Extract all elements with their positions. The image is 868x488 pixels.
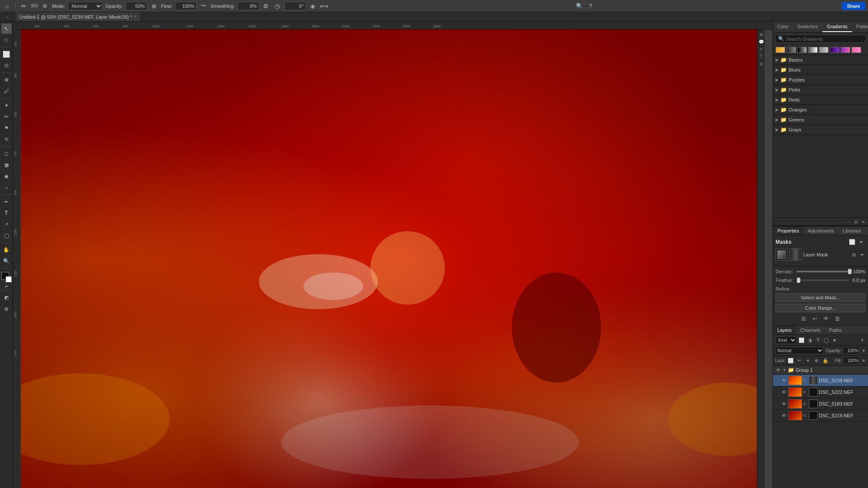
- filter-type-icon[interactable]: T: [815, 337, 822, 344]
- lock-pixels-icon[interactable]: ⬜: [787, 357, 794, 364]
- gradient-swatch-purple[interactable]: [830, 47, 839, 53]
- lock-artboard-icon[interactable]: ⊕: [813, 357, 820, 364]
- tool-settings-icon[interactable]: ⚙: [41, 2, 49, 10]
- blur-tool[interactable]: ◉: [1, 171, 12, 181]
- airbrush-icon[interactable]: ⊕: [150, 2, 158, 10]
- layer-item-3[interactable]: 👁 8 DSC_5183.NEF: [773, 398, 868, 410]
- gradient-swatch-pink[interactable]: [852, 47, 861, 53]
- pen-tool[interactable]: ✒: [1, 197, 12, 207]
- layer-item-1[interactable]: 👁 8 DSC_5239.NEF: [773, 375, 868, 386]
- vector-mask-icon[interactable]: ✒: [858, 238, 865, 246]
- layer1-visibility-icon[interactable]: 👁: [781, 377, 787, 383]
- gradient-tool[interactable]: ▦: [1, 160, 12, 170]
- artboard-tool[interactable]: ⬡: [1, 35, 12, 45]
- angle-input[interactable]: [284, 2, 306, 10]
- fill-input[interactable]: [843, 357, 860, 364]
- filter-pixel-icon[interactable]: ⬜: [798, 337, 805, 344]
- layer-item-4[interactable]: 👁 8 DSC_5219.NEF: [773, 410, 868, 422]
- canvas-content[interactable]: ⊞ 💬 ≡ T ⊟: [21, 29, 765, 488]
- mask-link-icon[interactable]: ⊞: [850, 251, 857, 258]
- mask-grid-icon[interactable]: ⊞: [799, 314, 808, 323]
- gradient-group-basics-header[interactable]: ▶ 📁 Basics: [773, 55, 868, 65]
- gradient-swatch-bw4[interactable]: [808, 47, 818, 53]
- clone-stamp-tool[interactable]: ⚑: [1, 123, 12, 133]
- align-panel-icon[interactable]: ⊟: [758, 61, 764, 67]
- tab-channels[interactable]: Channels: [796, 326, 825, 334]
- quick-mask-icon[interactable]: ◩: [1, 292, 12, 303]
- text-tool[interactable]: T: [1, 208, 12, 218]
- brush-tool-icon[interactable]: ✏: [20, 2, 28, 10]
- blend-mode-select[interactable]: Normal: [775, 347, 824, 354]
- move-tool[interactable]: ↖: [1, 23, 12, 34]
- back-icon[interactable]: ←: [3, 13, 12, 21]
- close-panel-icon[interactable]: ✕: [860, 219, 866, 225]
- history-panel-icon[interactable]: ⊞: [758, 31, 764, 37]
- hand-tool[interactable]: ✋: [1, 245, 12, 255]
- gradient-search-input[interactable]: [786, 36, 863, 42]
- close-tab-icon[interactable]: ×: [134, 14, 136, 19]
- tab-adjustments[interactable]: Adjustments: [803, 226, 838, 235]
- chat-panel-icon[interactable]: 💬: [758, 39, 764, 45]
- gradient-swatch-bw5[interactable]: [819, 47, 829, 53]
- tab-layers[interactable]: Layers: [773, 326, 796, 334]
- flow-input[interactable]: [175, 2, 197, 10]
- document-tab[interactable]: Untitled-1 @ 50% (DSC_5239.NEF, Layer Ma…: [16, 13, 140, 21]
- opacity-input[interactable]: [125, 2, 147, 10]
- brush-tool[interactable]: ✏: [1, 111, 12, 122]
- angle-icon[interactable]: ◷: [273, 2, 282, 10]
- filter-active-icon[interactable]: ●: [859, 337, 866, 344]
- tab-paths[interactable]: Paths: [825, 326, 846, 334]
- layer4-visibility-icon[interactable]: 👁: [781, 413, 787, 419]
- search-icon[interactable]: 🔍: [575, 2, 584, 10]
- layer2-visibility-icon[interactable]: 👁: [781, 389, 787, 395]
- tab-gradients[interactable]: Gradients: [822, 22, 852, 32]
- gradient-group-purples-header[interactable]: ▶ 📁 Purples: [773, 75, 868, 85]
- mode-select[interactable]: Normal Multiply Screen: [68, 2, 102, 10]
- gradient-group-pinks-header[interactable]: ▶ 📁 Pinks: [773, 85, 868, 95]
- mask-apply-icon[interactable]: ✒: [858, 251, 865, 258]
- select-and-mask-button[interactable]: Select and Mask...: [776, 293, 865, 302]
- gradient-group-reds-header[interactable]: ▶ 📁 Reds: [773, 95, 868, 105]
- foreground-color[interactable]: [1, 272, 12, 282]
- pressure-icon[interactable]: ◈: [309, 2, 317, 10]
- share-button[interactable]: Share: [842, 2, 865, 10]
- rectangular-marquee-tool[interactable]: ⬜: [1, 49, 12, 59]
- layer-item-2[interactable]: 👁 8 DSC_5222.NEF: [773, 386, 868, 398]
- zoom-tool[interactable]: 🔍: [1, 256, 12, 266]
- mask-delete-icon[interactable]: 🗑: [833, 314, 842, 323]
- gradient-swatch-bw2[interactable]: [786, 47, 796, 53]
- feather-slider[interactable]: [797, 279, 849, 281]
- tab-properties[interactable]: Properties: [773, 226, 803, 235]
- opacity-input[interactable]: [843, 347, 860, 354]
- tab-libraries[interactable]: Libraries: [838, 226, 865, 235]
- screen-mode-icon[interactable]: ⊞: [1, 304, 12, 314]
- eraser-tool[interactable]: ◻: [1, 148, 12, 159]
- settings-icon[interactable]: ⚙: [262, 2, 270, 10]
- opacity-arrow[interactable]: ▼: [861, 348, 866, 353]
- table-panel-icon[interactable]: ≡: [758, 46, 764, 52]
- layer3-visibility-icon[interactable]: 👁: [781, 401, 787, 407]
- color-range-button[interactable]: Color Range...: [776, 304, 865, 312]
- lock-position-icon[interactable]: ✦: [805, 357, 812, 364]
- gradient-group-oranges-header[interactable]: ▶ 📁 Oranges: [773, 105, 868, 115]
- collapse-icon[interactable]: ▫: [845, 219, 852, 225]
- crop-tool[interactable]: ⊕: [1, 75, 12, 85]
- gradient-group-grays-header[interactable]: ▶ 📁 Grays: [773, 125, 868, 134]
- history-brush-tool[interactable]: ⟲: [1, 134, 12, 144]
- spot-healing-tool[interactable]: ✦: [1, 100, 12, 111]
- gradient-group-blues-header[interactable]: ▶ 📁 Blues: [773, 65, 868, 75]
- group1-visibility-icon[interactable]: 👁: [775, 367, 781, 373]
- fill-arrow[interactable]: ▼: [861, 358, 866, 363]
- smoothing-input[interactable]: [237, 2, 259, 10]
- expand-icon[interactable]: ⊞: [853, 219, 859, 225]
- help-icon[interactable]: ?: [586, 2, 595, 10]
- gradient-swatch-bw3[interactable]: [797, 47, 807, 53]
- pixel-mask-icon[interactable]: ⬜: [848, 238, 856, 246]
- density-slider[interactable]: [796, 271, 850, 272]
- lasso-tool[interactable]: ⊙: [1, 60, 12, 71]
- filter-kind-select[interactable]: Kind: [775, 336, 797, 344]
- text-panel-icon[interactable]: T: [758, 53, 764, 59]
- mask-eye-icon[interactable]: 👁: [822, 314, 831, 323]
- smoothing-icon[interactable]: 〜: [199, 2, 208, 10]
- lock-brush-icon[interactable]: ✏: [796, 357, 803, 364]
